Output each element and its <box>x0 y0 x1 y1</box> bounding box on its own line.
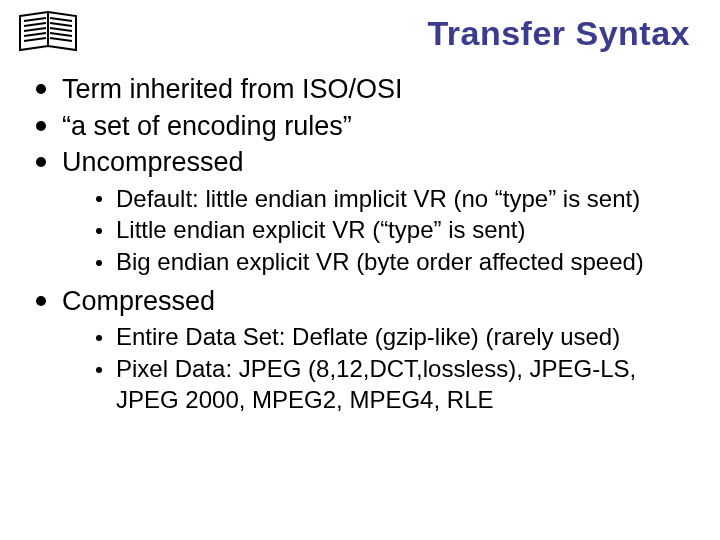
slide-body: Term inherited from ISO/OSI “a set of en… <box>30 72 694 422</box>
bullet-item: “a set of encoding rules” <box>30 109 694 144</box>
bullet-list: Term inherited from ISO/OSI “a set of en… <box>30 72 694 416</box>
sub-bullet-item: Entire Data Set: Deflate (gzip-like) (ra… <box>96 322 694 353</box>
bullet-item: Uncompressed Default: little endian impl… <box>30 145 694 278</box>
bullet-item: Term inherited from ISO/OSI <box>30 72 694 107</box>
slide: Transfer Syntax Term inherited from ISO/… <box>0 0 720 540</box>
sub-bullet-list: Entire Data Set: Deflate (gzip-like) (ra… <box>96 322 694 415</box>
sub-bullet-item: Default: little endian implicit VR (no “… <box>96 184 694 215</box>
sub-bullet-item: Pixel Data: JPEG (8,12,DCT,lossless), JP… <box>96 354 694 415</box>
slide-title: Transfer Syntax <box>427 14 690 53</box>
sub-bullet-list: Default: little endian implicit VR (no “… <box>96 184 694 278</box>
bullet-item: Compressed Entire Data Set: Deflate (gzi… <box>30 284 694 416</box>
bullet-text: Compressed <box>62 286 215 316</box>
book-icon <box>18 10 80 58</box>
sub-bullet-item: Big endian explicit VR (byte order affec… <box>96 247 694 278</box>
sub-bullet-item: Little endian explicit VR (“type” is sen… <box>96 215 694 246</box>
bullet-text: Uncompressed <box>62 147 244 177</box>
